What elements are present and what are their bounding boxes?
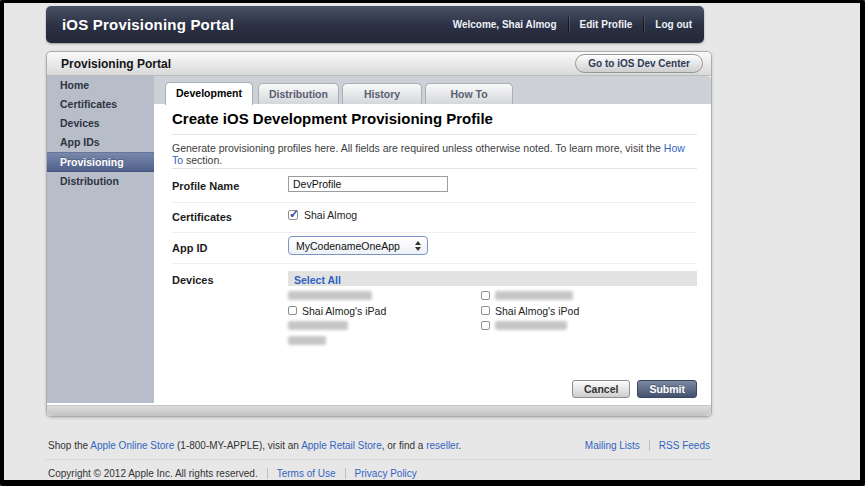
row-divider <box>172 202 697 203</box>
privacy-policy-link[interactable]: Privacy Policy <box>355 468 417 479</box>
edit-profile-link[interactable]: Edit Profile <box>580 19 633 30</box>
redacted-device-name <box>495 291 573 300</box>
redacted-device-name <box>288 321 348 330</box>
intro-prefix: Generate provisioning profiles here. All… <box>172 142 664 154</box>
device-row-redacted <box>288 318 473 333</box>
reseller-link[interactable]: reseller <box>426 440 458 451</box>
redacted-device-name <box>495 321 567 330</box>
footer-separator <box>267 468 268 479</box>
tab-development[interactable]: Development <box>165 82 253 105</box>
divider <box>172 168 697 169</box>
device-row-redacted <box>288 288 473 303</box>
provisioning-portal-panel: Provisioning Portal Go to iOS Dev Center… <box>46 51 712 417</box>
cancel-button[interactable]: Cancel <box>572 380 630 398</box>
intro-text: Generate provisioning profiles here. All… <box>172 142 691 166</box>
device-row: Shai Almog's iPad <box>288 303 473 318</box>
shop-prefix: Shop the <box>48 440 90 451</box>
select-stepper-icon <box>415 241 421 251</box>
row-divider <box>172 232 697 233</box>
header-separator <box>568 17 569 33</box>
sidebar-item-certificates[interactable]: Certificates <box>47 95 154 114</box>
footer-shop-line: Shop the Apple Online Store (1-800-MY-AP… <box>46 432 712 460</box>
panel-footer-bar <box>47 405 711 416</box>
shop-suffix: . <box>458 440 461 451</box>
copyright-text: Copyright © 2012 Apple Inc. All rights r… <box>48 468 258 479</box>
app-id-select[interactable]: MyCodenameOneApp <box>288 236 428 255</box>
go-to-dev-center-button[interactable]: Go to iOS Dev Center <box>575 54 703 73</box>
submit-button[interactable]: Submit <box>637 380 697 398</box>
device-row-redacted <box>481 288 701 303</box>
sidebar-item-app-ids[interactable]: App IDs <box>47 133 154 152</box>
app-id-label: App ID <box>172 242 207 254</box>
select-all-bar: Select All <box>288 271 697 286</box>
tab-strip: DevelopmentDistributionHistoryHow To <box>154 76 711 104</box>
mailing-lists-link[interactable]: Mailing Lists <box>585 440 640 451</box>
device-checkbox[interactable] <box>288 306 297 315</box>
page-title: Create iOS Development Provisioning Prof… <box>172 110 493 127</box>
tab-how-to[interactable]: How To <box>425 83 513 104</box>
device-checkbox[interactable] <box>481 321 490 330</box>
redacted-device-name <box>288 291 372 300</box>
row-divider <box>172 263 697 264</box>
footer-right-links: Mailing Lists RSS Feeds <box>585 440 710 451</box>
footer-legal-line: Copyright © 2012 Apple Inc. All rights r… <box>46 460 712 486</box>
terms-of-use-link[interactable]: Terms of Use <box>277 468 336 479</box>
portal-bar-title: Provisioning Portal <box>55 57 171 71</box>
device-name-label: Shai Almog's iPod <box>495 305 579 317</box>
certificates-label: Certificates <box>172 211 232 223</box>
app-header: iOS Provisioning Portal Welcome, Shai Al… <box>46 6 704 43</box>
app-title: iOS Provisioning Portal <box>62 6 234 43</box>
apple-retail-store-link[interactable]: Apple Retail Store <box>301 440 382 451</box>
rss-feeds-link[interactable]: RSS Feeds <box>659 440 710 451</box>
intro-suffix: section. <box>183 154 222 166</box>
shop-mid2: , or find a <box>382 440 426 451</box>
device-checkbox[interactable] <box>481 306 490 315</box>
divider <box>172 134 697 135</box>
form-actions: Cancel Submit <box>572 380 697 398</box>
sidebar: HomeCertificatesDevicesApp IDsProvisioni… <box>47 76 154 403</box>
certificate-option-row: Shai Almog <box>288 209 357 221</box>
content-area: Create iOS Development Provisioning Prof… <box>154 104 711 405</box>
sidebar-item-devices[interactable]: Devices <box>47 114 154 133</box>
log-out-link[interactable]: Log out <box>655 19 692 30</box>
profile-name-input[interactable] <box>288 176 448 192</box>
devices-label: Devices <box>172 274 214 286</box>
certificate-option-label: Shai Almog <box>304 209 357 221</box>
browser-screenshot: iOS Provisioning Portal Welcome, Shai Al… <box>0 0 865 486</box>
sidebar-item-provisioning[interactable]: Provisioning <box>47 152 154 172</box>
footer-separator <box>649 440 650 451</box>
select-all-link[interactable]: Select All <box>294 274 341 286</box>
footer-separator <box>345 468 346 479</box>
device-row-redacted <box>481 318 701 333</box>
sidebar-item-distribution[interactable]: Distribution <box>47 172 154 191</box>
shop-mid1: (1-800-MY-APPLE), visit an <box>174 440 301 451</box>
device-column-left: Shai Almog's iPad <box>288 288 473 348</box>
header-separator <box>643 17 644 33</box>
page-background: iOS Provisioning Portal Welcome, Shai Al… <box>4 3 860 480</box>
device-name-label: Shai Almog's iPad <box>302 305 386 317</box>
portal-bar: Provisioning Portal Go to iOS Dev Center <box>47 52 711 76</box>
welcome-user-text: Welcome, Shai Almog <box>453 19 557 30</box>
profile-name-label: Profile Name <box>172 180 239 192</box>
app-id-selected-value: MyCodenameOneApp <box>296 240 400 252</box>
redacted-device-name <box>288 336 326 345</box>
header-links: Welcome, Shai Almog Edit Profile Log out <box>453 6 692 43</box>
sidebar-item-home[interactable]: Home <box>47 76 154 95</box>
certificate-checkbox[interactable] <box>288 210 298 220</box>
apple-online-store-link[interactable]: Apple Online Store <box>90 440 174 451</box>
device-column-right: Shai Almog's iPod <box>481 288 701 333</box>
device-row: Shai Almog's iPod <box>481 303 701 318</box>
device-row-redacted <box>288 333 473 348</box>
tab-history[interactable]: History <box>342 83 422 104</box>
site-footer: Shop the Apple Online Store (1-800-MY-AP… <box>46 432 712 486</box>
device-checkbox[interactable] <box>481 291 490 300</box>
tab-distribution[interactable]: Distribution <box>258 83 339 104</box>
footer-shop-text: Shop the Apple Online Store (1-800-MY-AP… <box>48 440 461 451</box>
